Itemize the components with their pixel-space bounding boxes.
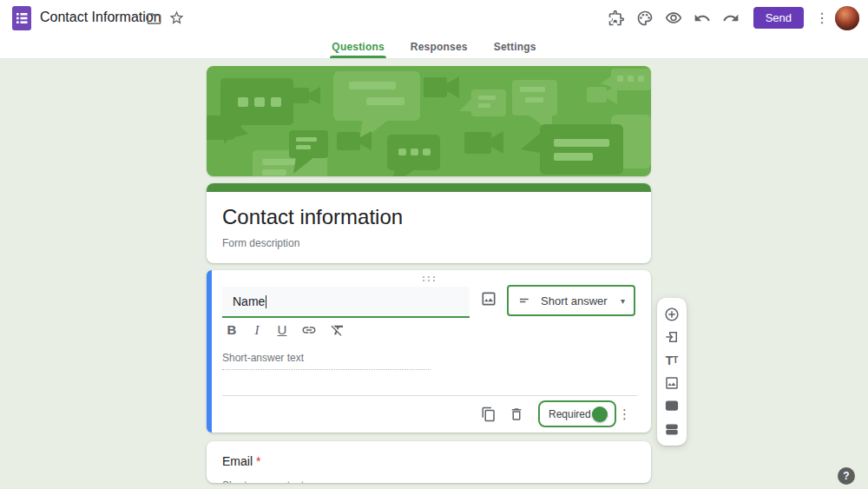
tab-responses[interactable]: Responses [409, 36, 470, 58]
text-cursor [266, 295, 266, 308]
tab-questions[interactable]: Questions [330, 36, 385, 58]
header-actions: Send ⋮ [608, 0, 859, 36]
required-toggle[interactable] [599, 409, 606, 420]
add-question-icon[interactable] [664, 307, 680, 322]
star-icon[interactable] [168, 10, 185, 26]
more-options-icon[interactable]: ⋮ [815, 10, 824, 27]
email-question-title: Email* [222, 454, 260, 468]
duplicate-icon[interactable] [481, 406, 496, 422]
formatting-toolbar: B I U [226, 321, 345, 339]
divider [222, 395, 637, 396]
preview-icon[interactable] [665, 10, 682, 27]
chevron-down-icon: ▾ [621, 296, 625, 306]
send-button[interactable]: Send [753, 7, 804, 29]
drag-handle[interactable] [423, 276, 435, 281]
required-toggle-group[interactable]: Required [538, 400, 616, 427]
question-more-options-icon[interactable]: ⋮ [618, 406, 628, 423]
italic-button[interactable]: I [251, 321, 263, 339]
question-card-email[interactable]: Email* Short-answer text [207, 441, 651, 483]
redo-icon[interactable] [722, 10, 740, 27]
add-section-icon[interactable] [664, 421, 680, 437]
question-title-input[interactable]: Name [222, 287, 470, 318]
question-card-name: Name Short answer ▾ B I U [207, 270, 651, 433]
insert-link-icon[interactable] [301, 322, 317, 338]
question-title-text: Name [233, 294, 265, 308]
banner-illustration [207, 66, 651, 176]
insert-toolbar: TT [657, 298, 687, 446]
form-title[interactable]: Contact information [222, 205, 403, 229]
form-title-card: Contact information Form description [207, 183, 651, 263]
customize-theme-icon[interactable] [636, 10, 654, 27]
form-canvas: Contact information Form description Nam… [0, 59, 868, 489]
toggle-knob [592, 406, 608, 422]
tab-bar: Questions Responses Settings [0, 36, 868, 59]
required-label: Required [549, 408, 591, 420]
add-image-icon[interactable] [480, 290, 497, 307]
underline-button[interactable]: U [276, 321, 288, 339]
add-image-toolbar-icon[interactable] [664, 375, 680, 391]
tab-settings[interactable]: Settings [492, 36, 538, 58]
question-type-dropdown[interactable]: Short answer ▾ [507, 285, 635, 316]
document-title[interactable]: Contact Information [40, 10, 161, 25]
add-video-icon[interactable] [664, 398, 680, 413]
undo-icon[interactable] [694, 10, 711, 27]
form-description[interactable]: Form description [222, 237, 299, 249]
email-title-text: Email [222, 454, 253, 468]
required-asterisk: * [256, 454, 260, 468]
add-title-icon[interactable]: TT [664, 353, 680, 368]
question-type-label: Short answer [541, 294, 621, 307]
delete-icon[interactable] [509, 406, 524, 422]
answer-placeholder: Short-answer text [222, 352, 431, 370]
clear-formatting-icon[interactable] [330, 322, 345, 338]
add-ons-icon[interactable] [608, 10, 625, 27]
form-header-image[interactable] [207, 66, 651, 176]
selected-question-indicator [207, 270, 212, 433]
theme-color-strip [207, 183, 651, 192]
bold-button[interactable]: B [226, 321, 238, 339]
email-answer-placeholder: Short-answer text [222, 479, 304, 483]
import-questions-icon[interactable] [664, 329, 680, 345]
move-to-folder-icon[interactable] [146, 10, 162, 27]
google-forms-editor: Contact Information Send ⋮ [0, 0, 868, 489]
short-answer-icon [517, 293, 533, 308]
top-bar: Contact Information Send ⋮ [0, 0, 868, 36]
help-icon[interactable]: ? [838, 467, 855, 485]
forms-logo-icon[interactable] [12, 6, 31, 30]
account-avatar[interactable] [835, 6, 859, 30]
